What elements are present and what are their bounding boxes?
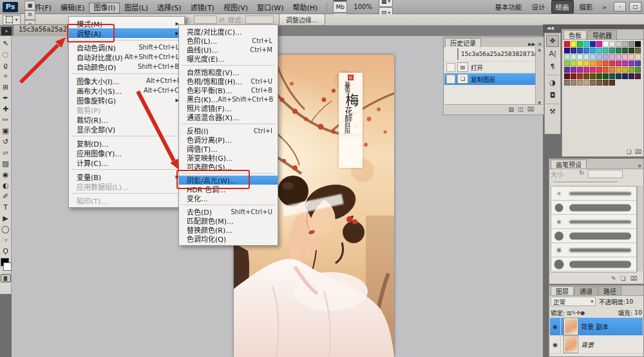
menu-item[interactable]: 计算(C)... bbox=[69, 158, 184, 167]
brush-preset-row[interactable] bbox=[551, 201, 636, 215]
brush-presets-icon[interactable]: ❖ bbox=[546, 35, 559, 47]
eyedropper-tool[interactable]: ✒ bbox=[1, 93, 11, 104]
history-state-row[interactable]: ▤打开 bbox=[444, 62, 536, 73]
adjustments-icon[interactable]: ◑ bbox=[546, 77, 559, 89]
swatch-cell[interactable] bbox=[596, 73, 602, 79]
layer-visibility-toggle[interactable]: ◉ bbox=[550, 336, 561, 353]
tool-presets-icon[interactable]: ⚒ bbox=[546, 105, 559, 118]
swatch-cell[interactable] bbox=[603, 54, 609, 60]
swatch-cell[interactable] bbox=[596, 80, 602, 86]
swatch-cell[interactable] bbox=[616, 60, 621, 66]
menu-item[interactable]: 模式(M)▶ bbox=[69, 19, 184, 28]
swatch-cell[interactable] bbox=[609, 80, 615, 86]
swatch-cell[interactable] bbox=[635, 60, 641, 66]
swatch-cell[interactable] bbox=[571, 73, 576, 79]
swatch-cell[interactable] bbox=[590, 48, 596, 53]
menu-item[interactable]: 黑白(K)...Alt+Shift+Ctrl+B bbox=[179, 95, 278, 104]
menu-item[interactable]: 复制(D)... bbox=[69, 138, 184, 148]
swatch-cell[interactable] bbox=[629, 67, 634, 73]
tab-色板[interactable]: 色板 bbox=[564, 30, 587, 39]
delete-state-icon[interactable]: ⌧ bbox=[527, 106, 534, 113]
hand-tool[interactable]: ☞ bbox=[1, 235, 11, 246]
menu-item[interactable]: 渐变映射(G)... bbox=[179, 153, 278, 162]
lock-icon[interactable]: ▨ bbox=[567, 310, 572, 316]
menu-item[interactable]: 色调分离(P)... bbox=[179, 135, 278, 144]
swatch-cell[interactable] bbox=[577, 60, 583, 66]
new-swatch-icon[interactable]: ❏ bbox=[627, 149, 632, 155]
menu-item[interactable]: 图像旋转(G)▶ bbox=[69, 95, 184, 105]
menu-item[interactable]: 色阶(L)...Ctrl+L bbox=[179, 36, 278, 45]
menu-item[interactable]: 亮度/对比度(C)... bbox=[179, 27, 278, 36]
swatch-cell[interactable] bbox=[596, 48, 602, 53]
tab-overflow-button[interactable]: » bbox=[1, 27, 12, 35]
swatch-cell[interactable] bbox=[583, 41, 589, 47]
swatch-cell[interactable] bbox=[622, 41, 628, 47]
pen-tool[interactable]: ✐ bbox=[1, 191, 11, 202]
brush-preset-row[interactable] bbox=[551, 257, 636, 271]
new-doc-from-state-icon[interactable]: ▤ bbox=[509, 106, 515, 113]
refine-edge-button[interactable]: 调整边缘… bbox=[279, 14, 325, 26]
swatch-cell[interactable] bbox=[571, 48, 576, 53]
blur-tool[interactable]: ◉ bbox=[1, 169, 11, 180]
quick-mask-button[interactable]: ◙ bbox=[1, 274, 11, 282]
swatch-cell[interactable] bbox=[609, 54, 615, 60]
swatch-cell[interactable] bbox=[596, 54, 602, 60]
swatch-cell[interactable] bbox=[583, 73, 589, 79]
swatch-cell[interactable] bbox=[564, 54, 570, 60]
swatch-cell[interactable] bbox=[635, 41, 641, 47]
style-select[interactable] bbox=[245, 15, 274, 24]
swatch-cell[interactable] bbox=[616, 73, 621, 79]
menu-item[interactable]: 反相(I)Ctrl+I bbox=[179, 126, 278, 135]
swatch-cell[interactable] bbox=[583, 67, 589, 73]
menu-item[interactable]: 变量(B)▶ bbox=[69, 172, 184, 181]
tab-路径[interactable]: 路径 bbox=[598, 286, 621, 295]
swatch-cell[interactable] bbox=[622, 54, 628, 60]
swatch-cell[interactable] bbox=[609, 60, 615, 66]
swatch-cell[interactable] bbox=[603, 41, 609, 47]
swatch-cell[interactable] bbox=[564, 60, 570, 66]
swatch-cell[interactable] bbox=[609, 73, 615, 79]
swatch-cell[interactable] bbox=[571, 67, 576, 73]
swatch-cell[interactable] bbox=[571, 60, 576, 66]
tab-brush-presets[interactable]: 画笔预设 bbox=[551, 160, 587, 169]
swatch-cell[interactable] bbox=[564, 73, 570, 79]
swatch-cell[interactable] bbox=[603, 80, 609, 86]
menu-item[interactable]: 可选颜色(S)... bbox=[179, 162, 278, 171]
menu-item[interactable]: 色调均化(Q) bbox=[179, 234, 278, 243]
lock-icon[interactable]: ● bbox=[580, 310, 585, 316]
swatch-cell[interactable] bbox=[622, 48, 628, 53]
swatch-cell[interactable] bbox=[616, 67, 621, 73]
swatch-cell[interactable] bbox=[564, 67, 570, 73]
swatch-cell[interactable] bbox=[571, 80, 576, 86]
swatch-cell[interactable] bbox=[596, 41, 602, 47]
menu-item[interactable]: 色彩平衡(B)...Ctrl+B bbox=[179, 86, 278, 95]
swatch-cell[interactable] bbox=[583, 60, 589, 66]
tab-history[interactable]: 历史记录 bbox=[445, 38, 481, 47]
view-button-0[interactable]: ▦▾ bbox=[379, 0, 393, 7]
workspace-摄影[interactable]: 摄影 bbox=[576, 1, 597, 13]
layer-visibility-toggle[interactable]: ◉ bbox=[550, 318, 561, 335]
history-source-checkbox[interactable] bbox=[446, 75, 455, 84]
swatch-cell[interactable] bbox=[583, 54, 589, 60]
feather-input[interactable] bbox=[194, 15, 217, 24]
swatch-cell[interactable] bbox=[590, 60, 596, 66]
swatch-cell[interactable] bbox=[609, 48, 615, 53]
swatch-cell[interactable] bbox=[635, 73, 641, 79]
menubar-item[interactable]: 滤镜(T) bbox=[186, 3, 219, 14]
tab-图层[interactable]: 图层 bbox=[551, 286, 574, 295]
current-tool-chip[interactable]: ▾ bbox=[3, 15, 21, 25]
history-state-row[interactable]: ❏复制图层 bbox=[444, 73, 536, 85]
opacity-value[interactable]: 10 bbox=[625, 298, 633, 305]
tab-导航器[interactable]: 导航器 bbox=[587, 30, 617, 39]
history-source-checkbox[interactable] bbox=[446, 63, 455, 72]
healing-brush-tool[interactable]: ✚ bbox=[1, 104, 11, 114]
window-button-restore[interactable]: □ bbox=[629, 2, 641, 12]
swatch-cell[interactable] bbox=[609, 67, 615, 73]
swatch-cell[interactable] bbox=[571, 41, 576, 47]
brush-preset-row[interactable] bbox=[551, 243, 636, 257]
menu-item[interactable]: 匹配颜色(M)... bbox=[179, 216, 278, 225]
menu-item[interactable]: 曲线(U)...Ctrl+M bbox=[179, 45, 278, 54]
menu-item[interactable]: 自动颜色(O)Shift+Ctrl+B bbox=[69, 62, 184, 71]
menu-item[interactable]: HDR 色调... bbox=[179, 185, 278, 194]
zoom-tool[interactable]: Ϙ bbox=[1, 246, 11, 257]
